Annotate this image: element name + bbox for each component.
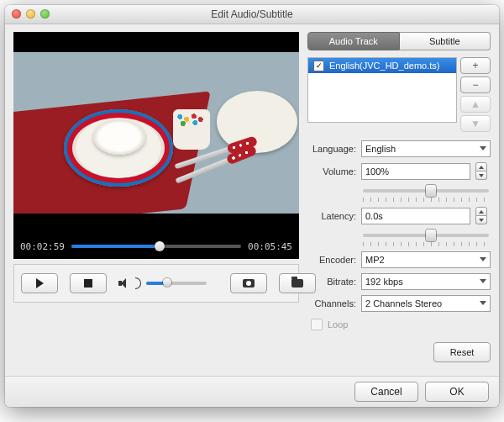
volume-step-down[interactable] xyxy=(475,171,487,180)
volume-slider-fine[interactable] xyxy=(361,185,491,202)
folder-icon xyxy=(291,279,303,287)
move-down-button[interactable]: ▼ xyxy=(460,115,491,132)
track-list-item[interactable]: ✓ English(JVC_HD_demo.ts) xyxy=(308,58,456,73)
move-up-button[interactable]: ▲ xyxy=(460,96,491,113)
volume-field[interactable]: 100% xyxy=(361,163,470,180)
close-icon[interactable] xyxy=(12,9,21,18)
latency-slider-knob[interactable] xyxy=(426,229,436,241)
volume-knob[interactable] xyxy=(163,278,171,287)
remove-track-button[interactable]: − xyxy=(460,76,491,93)
language-label: Language: xyxy=(307,144,356,154)
edit-audio-subtitle-window: Edit Audio/Subtitle xyxy=(5,5,499,407)
encoder-select[interactable]: MP2 xyxy=(361,251,491,268)
tab-subtitle[interactable]: Subtitle xyxy=(400,32,491,50)
speaker-icon[interactable] xyxy=(118,277,130,289)
loop-row: Loop xyxy=(307,319,491,330)
tab-audio-track[interactable]: Audio Track xyxy=(307,32,400,50)
bitrate-value: 192 kbps xyxy=(365,277,403,287)
latency-step-up[interactable] xyxy=(475,207,487,216)
stop-icon xyxy=(84,279,92,287)
preview-pane: 00:02:59 00:05:45 xyxy=(13,32,299,368)
tabs: Audio Track Subtitle xyxy=(307,32,491,50)
seek-slider[interactable] xyxy=(71,245,241,248)
channels-select[interactable]: 2 Channels Stereo xyxy=(361,295,491,312)
minimize-icon[interactable] xyxy=(26,9,35,18)
camera-icon xyxy=(243,279,255,287)
add-track-button[interactable]: + xyxy=(460,57,491,74)
reset-button[interactable]: Reset xyxy=(433,342,491,362)
channels-value: 2 Channels Stereo xyxy=(365,298,442,309)
latency-label: Latency: xyxy=(307,211,356,221)
sound-waves-icon xyxy=(135,277,141,289)
seek-knob[interactable] xyxy=(155,241,165,251)
ok-button[interactable]: OK xyxy=(425,382,489,402)
volume-label: Volume: xyxy=(307,166,356,177)
audio-form: Language: English Volume: 100% xyxy=(307,140,491,330)
volume-slider[interactable] xyxy=(146,282,207,285)
play-button[interactable] xyxy=(21,273,58,293)
latency-value: 0.0s xyxy=(365,211,383,221)
loop-checkbox[interactable] xyxy=(311,319,323,330)
track-list-buttons: + − ▲ ▼ xyxy=(460,57,491,132)
track-list-panel: ✓ English(JVC_HD_demo.ts) + − ▲ ▼ xyxy=(307,57,491,132)
channels-label: Channels: xyxy=(307,298,356,309)
volume-value: 100% xyxy=(365,166,389,177)
current-time: 00:02:59 xyxy=(20,241,65,252)
encoder-value: MP2 xyxy=(365,255,385,265)
latency-stepper[interactable] xyxy=(475,207,487,224)
language-select[interactable]: English xyxy=(361,140,491,157)
cancel-button[interactable]: Cancel xyxy=(354,382,418,402)
transport-controls xyxy=(13,264,299,303)
volume-control xyxy=(118,277,207,289)
stop-button[interactable] xyxy=(70,273,107,293)
duration: 00:05:45 xyxy=(248,241,292,252)
loop-label: Loop xyxy=(328,319,348,330)
dialog-footer: Cancel OK xyxy=(5,376,499,407)
latency-field[interactable]: 0.0s xyxy=(361,208,470,224)
transport-timeline: 00:02:59 00:05:45 xyxy=(13,234,299,259)
volume-slider-knob[interactable] xyxy=(426,185,436,197)
bitrate-label: Bitrate: xyxy=(307,277,356,287)
zoom-icon[interactable] xyxy=(40,9,50,18)
play-icon xyxy=(36,278,44,288)
settings-pane: Audio Track Subtitle ✓ English(JVC_HD_de… xyxy=(307,32,491,368)
video-preview[interactable] xyxy=(13,32,299,234)
track-checkbox[interactable]: ✓ xyxy=(313,61,324,71)
bitrate-select[interactable]: 192 kbps xyxy=(361,273,491,290)
video-still-image xyxy=(13,52,299,214)
language-value: English xyxy=(365,144,396,154)
track-label: English(JVC_HD_demo.ts) xyxy=(329,61,439,71)
snapshot-button[interactable] xyxy=(230,273,267,293)
titlebar: Edit Audio/Subtitle xyxy=(5,5,499,24)
latency-step-down[interactable] xyxy=(475,216,487,224)
latency-slider[interactable] xyxy=(361,229,491,246)
volume-step-up[interactable] xyxy=(475,162,487,171)
volume-stepper[interactable] xyxy=(475,162,487,180)
track-listbox[interactable]: ✓ English(JVC_HD_demo.ts) xyxy=(307,57,457,123)
window-controls xyxy=(12,9,50,18)
encoder-label: Encoder: xyxy=(307,255,356,265)
content: 00:02:59 00:05:45 xyxy=(5,24,499,377)
window-title: Edit Audio/Subtitle xyxy=(5,5,499,24)
